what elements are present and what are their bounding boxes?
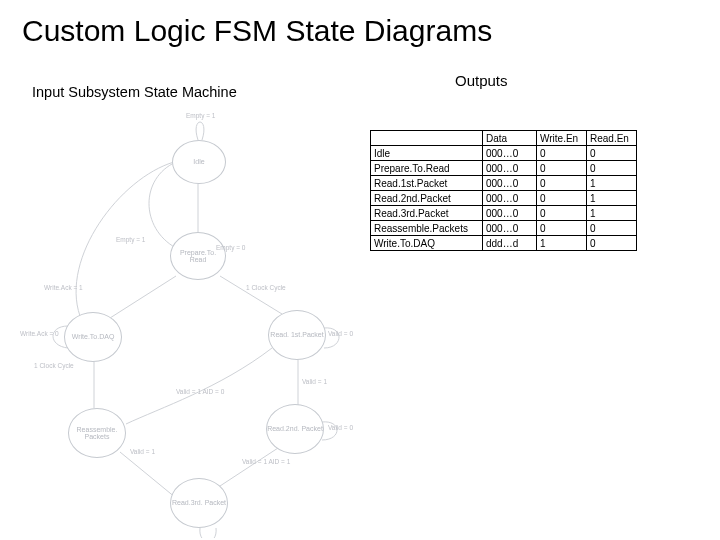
table-row: Read.1st.Packet 000…0 0 1 (371, 176, 637, 191)
edge-wack1: Write.Ack = 1 (44, 284, 83, 291)
subtitle-input-subsystem: Input Subsystem State Machine (32, 84, 237, 100)
cell-data: 000…0 (483, 176, 537, 191)
cell-ren: 0 (587, 236, 637, 251)
state-reassemble-packets: Reassemble. Packets (68, 408, 126, 458)
cell-state: Write.To.DAQ (371, 236, 483, 251)
edge-empty1: Empty = 1 (186, 112, 215, 119)
table-header-row: Data Write.En Read.En (371, 131, 637, 146)
col-header-state (371, 131, 483, 146)
edge-one-cycle-b: 1 Clock Cycle (34, 362, 74, 369)
edge-valid1a: Valid = 1 (302, 378, 327, 385)
cell-state: Read.1st.Packet (371, 176, 483, 191)
cell-wen: 0 (537, 206, 587, 221)
table-row: Write.To.DAQ ddd…d 1 0 (371, 236, 637, 251)
cell-wen: 0 (537, 161, 587, 176)
fsm-diagram: Idle Prepare.To. Read Write.To.DAQ Read.… (20, 108, 380, 528)
col-header-readen: Read.En (587, 131, 637, 146)
edge-one-cycle-a: 1 Clock Cycle (246, 284, 286, 291)
cell-ren: 1 (587, 176, 637, 191)
cell-ren: 0 (587, 221, 637, 236)
edge-valid1d: Valid = 1 AID = 0 (176, 388, 224, 395)
state-read-2nd-packet: Read.2nd. Packet (266, 404, 324, 454)
subtitle-outputs: Outputs (455, 72, 508, 89)
edge-valid0a: Valid = 0 (328, 330, 353, 337)
cell-ren: 1 (587, 206, 637, 221)
slide-title: Custom Logic FSM State Diagrams (0, 0, 720, 48)
cell-wen: 1 (537, 236, 587, 251)
edge-empty0: Empty = 0 (216, 244, 245, 251)
cell-wen: 0 (537, 191, 587, 206)
cell-ren: 0 (587, 146, 637, 161)
cell-data: 000…0 (483, 191, 537, 206)
table-row: Prepare.To.Read 000…0 0 0 (371, 161, 637, 176)
table-row: Read.3rd.Packet 000…0 0 1 (371, 206, 637, 221)
edge-valid1b: Valid = 1 (130, 448, 155, 455)
edge-wack0: Write.Ack = 0 (20, 330, 59, 337)
table-row: Reassemble.Packets 000…0 0 0 (371, 221, 637, 236)
col-header-writeen: Write.En (537, 131, 587, 146)
state-idle: Idle (172, 140, 226, 184)
cell-wen: 0 (537, 221, 587, 236)
edge-valid0b: Valid = 0 (328, 424, 353, 431)
cell-data: ddd…d (483, 236, 537, 251)
cell-data: 000…0 (483, 206, 537, 221)
state-read-3rd-packet: Read.3rd. Packet (170, 478, 228, 528)
cell-state: Idle (371, 146, 483, 161)
cell-ren: 0 (587, 161, 637, 176)
cell-wen: 0 (537, 146, 587, 161)
cell-state: Read.2nd.Packet (371, 191, 483, 206)
col-header-data: Data (483, 131, 537, 146)
edge-valid1c: Valid = 1 AID = 1 (242, 458, 290, 465)
cell-state: Read.3rd.Packet (371, 206, 483, 221)
cell-ren: 1 (587, 191, 637, 206)
cell-state: Reassemble.Packets (371, 221, 483, 236)
table-row: Idle 000…0 0 0 (371, 146, 637, 161)
cell-data: 000…0 (483, 161, 537, 176)
cell-data: 000…0 (483, 146, 537, 161)
edge-empty1b: Empty = 1 (116, 236, 145, 243)
cell-data: 000…0 (483, 221, 537, 236)
outputs-table: Data Write.En Read.En Idle 000…0 0 0 Pre… (370, 130, 637, 251)
state-read-1st-packet: Read. 1st.Packet (268, 310, 326, 360)
table-row: Read.2nd.Packet 000…0 0 1 (371, 191, 637, 206)
state-prepare-to-read: Prepare.To. Read (170, 232, 226, 280)
state-write-to-daq: Write.To.DAQ (64, 312, 122, 362)
cell-wen: 0 (537, 176, 587, 191)
cell-state: Prepare.To.Read (371, 161, 483, 176)
